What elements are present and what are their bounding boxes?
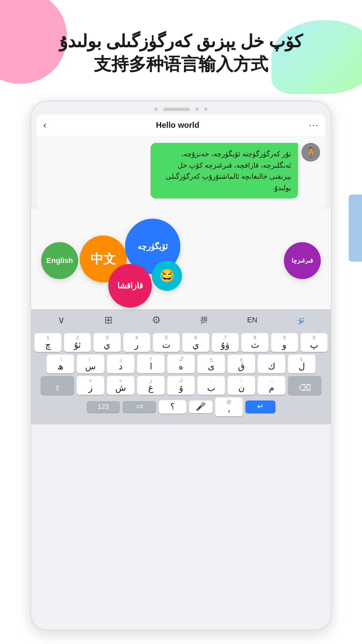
message-row: نۇر كەرگۈزگۈچتە ئۆيگۈرچە، خەنزۇچە، ئەنگل… [42, 143, 320, 199]
key-e[interactable]: گ ە [167, 355, 195, 373]
chat-header: ‹ Hello world ··· [37, 114, 325, 136]
settings-button[interactable]: ⚙ [152, 314, 161, 326]
more-button[interactable]: ··· [309, 120, 319, 130]
key-yi2[interactable]: خ ى [197, 355, 225, 373]
bg-decoration-blue [349, 195, 362, 262]
key-row-bottom: 123 =# ؟ 🎤 @ ، ↵ [35, 397, 327, 416]
grid-button[interactable]: ⊞ [104, 314, 113, 326]
message-text: نۇر كەرگۈزگۈچتە ئۆيگۈرچە، خەنزۇچە، ئەنگل… [166, 150, 291, 192]
key-row-3: ⇧ » ز « ش ژ غ ڭ ۆ : ب ؛ [35, 376, 327, 395]
notch-pill [163, 108, 190, 111]
bubble-english[interactable]: English [41, 242, 78, 279]
backspace-key[interactable]: ⌫ [288, 376, 321, 395]
comma-key[interactable]: @ ، [215, 397, 243, 416]
key-9-o[interactable]: 9 و [271, 333, 298, 352]
key-8-th[interactable]: 8 ث [241, 333, 268, 352]
key-a[interactable]: ا ا [137, 355, 165, 373]
question-key[interactable]: ؟ [159, 400, 186, 414]
notch-dot [155, 108, 158, 111]
key-2-thu[interactable]: 2 ثۇ [64, 333, 91, 352]
bubble-emoji[interactable]: 😂 [152, 261, 182, 291]
keyboard: 1 چ 2 ثۇ 3 ي 4 ر 5 ت 6 ي [31, 330, 331, 424]
key-gh[interactable]: ژ غ [137, 376, 165, 395]
chat-container: ‹ Hello world ··· نۇر كەرگۈزگۈچتە ئۆيگۈر… [37, 114, 325, 209]
key-3-y[interactable]: 3 ي [94, 333, 120, 352]
phone-frame: ‹ Hello world ··· نۇر كەرگۈزگۈچتە ئۆيگۈر… [30, 101, 332, 631]
key-4-r[interactable]: 4 ر [123, 333, 150, 352]
key-n[interactable]: ؛ ن [228, 376, 255, 395]
key-q[interactable]: چ ق [228, 355, 255, 373]
key-z[interactable]: » ز [77, 376, 104, 395]
enter-key[interactable]: ↵ [245, 400, 276, 413]
key-sh[interactable]: « ش [107, 376, 134, 395]
avatar: 🧍 [301, 143, 320, 162]
chat-title: Hello world [156, 120, 199, 130]
key-row-2: （ ھ ） س ژ د ا ا گ ە خ ى [35, 355, 327, 373]
header-line1: كۆپ خل يېزىق كەرگۈزگىلى بولىدۇ [0, 30, 362, 53]
header-line2: 支持多种语言输入方式 [0, 53, 362, 76]
message-bubble: نۇر كەرگۈزگۈچتە ئۆيگۈرچە، خەنزۇچە، ئەنگل… [150, 143, 298, 199]
key-k[interactable]: ك [258, 355, 285, 373]
collapse-button[interactable]: ∨ [58, 314, 65, 326]
uyghur-button[interactable]: ئۇ· [297, 316, 304, 324]
shift-key[interactable]: ⇧ [41, 376, 74, 395]
key-7-w[interactable]: 7 ۋۇ [212, 333, 239, 352]
num-key[interactable]: 123 [86, 401, 120, 413]
header-section: كۆپ خل يېزىق كەرگۈزگىلى بولىدۇ 支持多种语言输入方… [0, 30, 362, 75]
key-row-1: 1 چ 2 ثۇ 3 ي 4 ر 5 ت 6 ي [35, 333, 327, 352]
notch-dot-2 [195, 108, 199, 111]
back-button[interactable]: ‹ [43, 120, 46, 130]
keyboard-toolbar: ∨ ⊞ ⚙ 拼 EN ئۇ· [31, 309, 331, 330]
key-1-ch[interactable]: 1 چ [35, 333, 61, 352]
phone-notch [31, 102, 331, 114]
key-b[interactable]: : ب [197, 376, 225, 395]
notch-dot-3 [204, 108, 207, 111]
key-5-t[interactable]: 5 ت [153, 333, 180, 352]
key-6-yi[interactable]: 6 ي [182, 333, 209, 352]
key-m[interactable]: … م [258, 376, 285, 395]
key-s[interactable]: ） س [77, 355, 104, 373]
pinyin-button[interactable]: 拼 [200, 315, 208, 325]
bubble-kazakh[interactable]: قازاقشا [108, 264, 152, 308]
key-h[interactable]: （ ھ [47, 355, 74, 373]
message-area: نۇر كەرگۈزگۈچتە ئۆيگۈرچە، خەنزۇچە، ئەنگل… [37, 136, 325, 209]
bubble-kyrgyz[interactable]: قىرغىزچا [284, 242, 321, 279]
language-bubble-area: English 中文 ئۆيگۈرچە قىرغىزچا 😂 قازاقشا [31, 209, 331, 309]
sym-key[interactable]: =# [123, 401, 156, 413]
key-d[interactable]: ژ د [107, 355, 134, 373]
english-button[interactable]: EN [247, 316, 257, 324]
key-l[interactable]: يا ل [288, 355, 315, 373]
key-0-p[interactable]: 0 پ [301, 333, 327, 352]
key-oe[interactable]: ڭ ۆ [167, 376, 195, 395]
mic-key[interactable]: 🎤 [189, 400, 213, 413]
